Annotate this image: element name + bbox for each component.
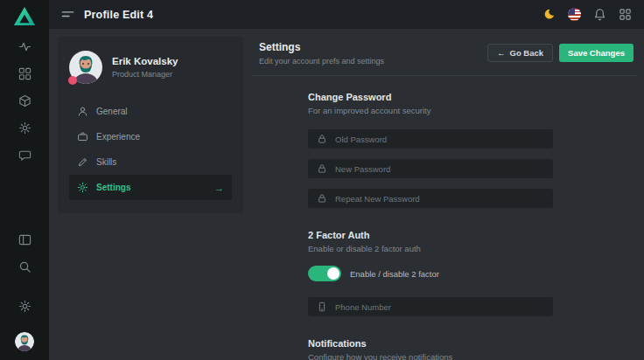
two-factor-toggle[interactable] (308, 266, 341, 281)
panel-header: Settings Edit your account prefs and set… (252, 37, 637, 76)
user-avatar[interactable] (15, 332, 34, 351)
password-section-heading: Change Password (308, 92, 553, 102)
sidebar-nav-bottom (15, 233, 34, 351)
save-changes-button[interactable]: Save Changes (559, 44, 634, 62)
topbar: Profile Edit 4 (49, 0, 644, 29)
twofactor-section-subheading: Enable or disable 2 factor auth (308, 244, 553, 253)
arrow-right-icon: → (214, 183, 224, 193)
profile-role: Product Manager (112, 70, 178, 79)
avatar-status-badge (68, 76, 77, 85)
profile-menu: General Experience Skills (69, 99, 232, 200)
new-password-input[interactable] (335, 164, 544, 174)
twofactor-section-heading: 2 Factor Auth (308, 230, 553, 240)
sidebar-nav-top (18, 40, 32, 162)
password-section-subheading: For an improved account security (308, 106, 553, 115)
pen-icon (77, 156, 88, 168)
bell-icon[interactable] (593, 8, 606, 21)
old-password-field[interactable] (308, 129, 553, 149)
menu-icon[interactable] (61, 8, 74, 21)
menu-item-experience[interactable]: Experience (69, 124, 232, 149)
profile-identity: Erik Kovalsky Product Manager (102, 56, 178, 79)
menu-item-label: Skills (96, 157, 116, 167)
panel-actions: ← Go Back Save Changes (487, 44, 634, 62)
lock-icon (317, 193, 327, 204)
menu-item-label: Experience (96, 132, 140, 142)
panel-subtitle: Edit your account prefs and settings (259, 57, 384, 66)
notifications-section-subheading: Configure how you receive notifications (308, 352, 553, 360)
profile-avatar (69, 51, 102, 84)
sidebar (0, 0, 49, 360)
settings-panel: Settings Edit your account prefs and set… (252, 37, 637, 360)
gear-icon (77, 182, 88, 193)
twofactor-toggle-row: Enable / disable 2 factor (308, 266, 553, 281)
go-back-button[interactable]: ← Go Back (487, 44, 553, 62)
us-flag-icon[interactable] (568, 8, 581, 21)
lock-icon (317, 134, 327, 144)
phone-number-input[interactable] (335, 302, 544, 312)
briefcase-icon (77, 131, 88, 142)
settings-gear-icon[interactable] (18, 300, 32, 313)
user-icon (77, 106, 88, 117)
topbar-actions (542, 8, 632, 21)
toggle-knob (327, 267, 340, 280)
main-content: Erik Kovalsky Product Manager General Ex… (49, 29, 644, 360)
chat-icon[interactable] (18, 149, 32, 162)
lock-icon (317, 163, 327, 174)
menu-item-general[interactable]: General (69, 99, 232, 124)
repeat-password-field[interactable] (308, 189, 553, 208)
profile-header: Erik Kovalsky Product Manager (69, 51, 232, 84)
apps-grid-icon[interactable] (619, 8, 632, 21)
app-window: Profile Edit 4 (0, 0, 644, 360)
moon-icon[interactable] (542, 8, 556, 21)
phone-icon (317, 301, 327, 312)
package-icon[interactable] (18, 94, 32, 107)
profile-card: Erik Kovalsky Product Manager General Ex… (58, 37, 243, 213)
toggle-label: Enable / disable 2 factor (350, 269, 439, 279)
go-back-label: Go Back (510, 48, 544, 58)
gear-icon[interactable] (18, 121, 32, 135)
layout-icon[interactable] (18, 233, 32, 246)
menu-item-skills[interactable]: Skills (69, 149, 232, 175)
notifications-section-heading: Notifications (308, 338, 553, 349)
repeat-password-input[interactable] (335, 194, 544, 204)
dashboard-icon[interactable] (18, 67, 32, 80)
page-title: Profile Edit 4 (84, 9, 153, 21)
settings-form: Change Password For an improved account … (308, 92, 553, 360)
arrow-left-icon: ← (497, 48, 506, 58)
activity-icon[interactable] (18, 40, 32, 53)
panel-title: Settings (259, 41, 384, 53)
menu-item-settings[interactable]: Settings → (69, 175, 232, 200)
profile-name: Erik Kovalsky (112, 56, 178, 66)
old-password-input[interactable] (335, 135, 544, 144)
menu-item-label: General (96, 107, 128, 116)
app-logo-icon[interactable] (13, 6, 36, 30)
new-password-field[interactable] (308, 159, 553, 178)
phone-number-field[interactable] (308, 297, 553, 316)
panel-heading-block: Settings Edit your account prefs and set… (259, 41, 384, 66)
menu-item-label: Settings (96, 183, 130, 192)
search-icon[interactable] (18, 260, 32, 273)
